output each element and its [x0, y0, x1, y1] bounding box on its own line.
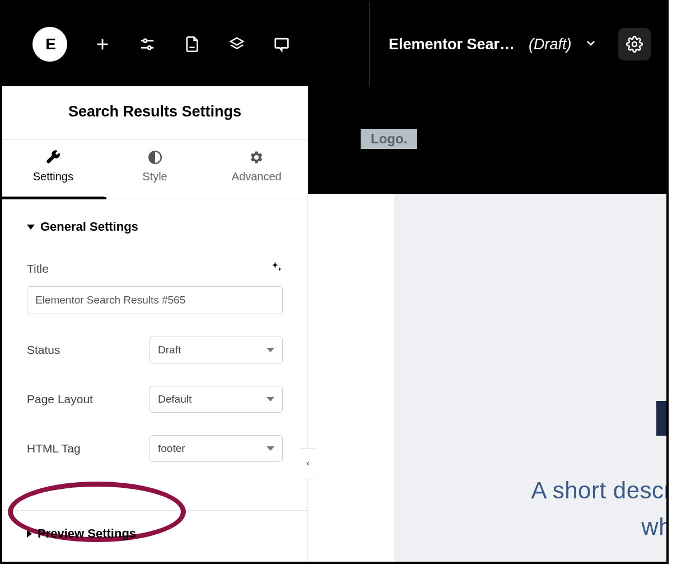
document-title[interactable]: Elementor Searc…: [389, 36, 517, 53]
title-label: Title: [27, 262, 49, 276]
tab-style[interactable]: Style: [104, 140, 206, 199]
status-value: Draft: [158, 344, 181, 356]
svg-marker-7: [231, 38, 244, 45]
workspace: Search Results Settings Settings Style A…: [2, 86, 666, 562]
section-general-header[interactable]: General Settings: [2, 199, 307, 243]
htmltag-value: footer: [158, 442, 185, 455]
wrench-icon: [46, 150, 60, 165]
document-button[interactable]: [183, 35, 202, 54]
chevron-down-icon: [584, 36, 598, 50]
document-status: (Draft): [529, 36, 572, 53]
htmltag-select[interactable]: footer: [150, 435, 283, 462]
layout-row: Page Layout Default: [27, 386, 283, 413]
section-general-body: Title Status Draft Page Layout: [2, 243, 307, 468]
tab-style-label: Style: [142, 170, 167, 183]
elementor-logo-text: E: [45, 35, 54, 53]
title-input[interactable]: [27, 286, 283, 314]
caret-down-icon: [27, 225, 35, 230]
htmltag-row: HTML Tag footer: [27, 435, 283, 462]
layout-value: Default: [158, 393, 192, 405]
tab-settings-label: Settings: [33, 170, 73, 183]
section-preview-header[interactable]: Preview Settings: [2, 511, 307, 557]
contrast-icon: [148, 150, 162, 165]
page-settings-button[interactable]: [618, 28, 651, 60]
layout-select[interactable]: Default: [150, 386, 283, 413]
document-menu-toggle[interactable]: [584, 36, 598, 52]
chevron-down-icon: [267, 446, 274, 451]
caret-right-icon: [27, 530, 32, 538]
top-bar: E Elementor Searc… (Draft): [2, 2, 666, 86]
comments-button[interactable]: [272, 35, 291, 54]
hero-line-2: wh: [531, 508, 666, 545]
site-settings-button[interactable]: [138, 35, 157, 54]
chevron-left-icon: [305, 460, 311, 468]
svg-point-8: [632, 42, 637, 46]
layers-button[interactable]: [227, 35, 246, 54]
top-bar-left: E: [2, 2, 370, 86]
svg-point-3: [143, 39, 147, 43]
panel-tabs: Settings Style Advanced: [2, 140, 307, 199]
section-general-label: General Settings: [40, 220, 138, 234]
svg-point-5: [148, 46, 151, 49]
tab-underline: [2, 197, 106, 199]
chat-icon: [273, 36, 290, 53]
section-preview-label: Preview Settings: [38, 526, 136, 541]
add-element-button[interactable]: [93, 35, 112, 54]
plus-icon: [95, 36, 110, 52]
cog-icon: [249, 150, 264, 165]
tab-advanced-label: Advanced: [232, 170, 282, 183]
document-icon: [184, 36, 200, 53]
status-label: Status: [27, 343, 60, 357]
top-bar-right: Elementor Searc… (Draft): [370, 2, 666, 86]
canvas: Logo. A short descr wh: [308, 86, 666, 562]
canvas-content[interactable]: A short descr wh: [394, 194, 666, 562]
canvas-body: A short descr wh: [308, 194, 666, 562]
elementor-logo[interactable]: E: [32, 27, 67, 62]
layers-icon: [228, 36, 245, 53]
hero-text: A short descr wh: [531, 472, 666, 545]
chevron-down-icon: [267, 348, 274, 352]
layout-label: Page Layout: [27, 393, 93, 406]
sparkle-icon: [270, 261, 283, 273]
canvas-header: Logo.: [308, 86, 666, 194]
chevron-down-icon: [267, 397, 274, 402]
sidebar-collapse-button[interactable]: [301, 448, 315, 479]
hero-line-1: A short descr: [531, 472, 666, 508]
sliders-icon: [139, 36, 156, 53]
tab-advanced[interactable]: Advanced: [206, 140, 307, 199]
tab-settings[interactable]: Settings: [2, 140, 104, 199]
ai-sparkle-button[interactable]: [270, 261, 283, 276]
gear-icon: [626, 36, 643, 53]
settings-sidebar: Search Results Settings Settings Style A…: [2, 86, 308, 562]
side-ribbon[interactable]: [656, 401, 666, 436]
logo-placeholder[interactable]: Logo.: [361, 129, 417, 149]
status-select[interactable]: Draft: [150, 337, 283, 363]
panel-title: Search Results Settings: [2, 86, 307, 140]
status-row: Status Draft: [27, 337, 283, 363]
canvas-gutter: [308, 194, 394, 562]
htmltag-label: HTML Tag: [27, 442, 81, 455]
title-row: Title: [27, 261, 283, 276]
